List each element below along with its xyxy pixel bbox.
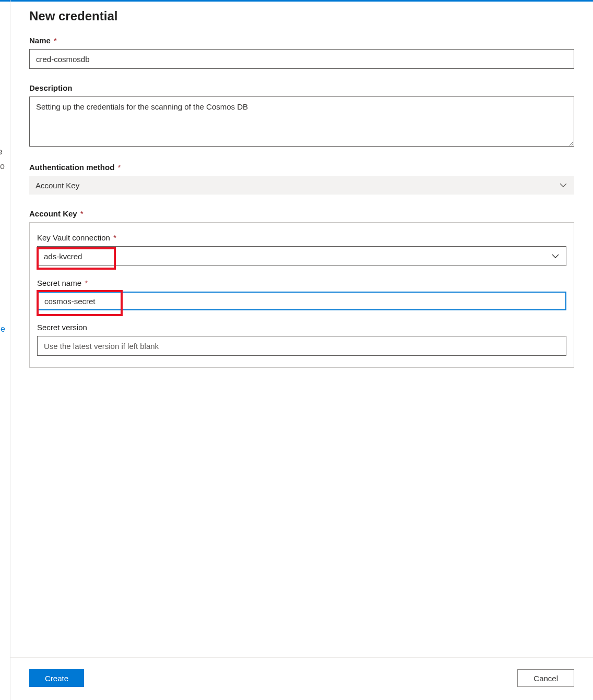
name-label-text: Name (29, 36, 51, 45)
kv-connection-select-wrap: ads-kvcred (37, 246, 566, 266)
secret-name-label-text: Secret name (37, 279, 81, 287)
create-button[interactable]: Create (29, 669, 84, 687)
kv-connection-label-text: Key Vault connection (37, 233, 110, 242)
required-mark: * (118, 163, 121, 172)
name-label: Name * (29, 36, 574, 45)
account-key-box: Key Vault connection * ads-kvcred Secret… (29, 222, 574, 368)
required-mark: * (80, 209, 84, 218)
auth-method-select-wrap: Account Key (29, 176, 574, 195)
required-mark: * (85, 279, 88, 287)
field-kv-connection: Key Vault connection * ads-kvcred (37, 233, 566, 266)
required-mark: * (54, 36, 57, 45)
field-auth-method: Authentication method * Account Key (29, 163, 574, 195)
auth-method-select[interactable]: Account Key (29, 176, 574, 195)
auth-method-label-text: Authentication method (29, 163, 114, 172)
secret-version-label: Secret version (37, 323, 566, 332)
description-label: Description (29, 83, 574, 92)
description-input[interactable]: Setting up the credentials for the scann… (29, 96, 574, 147)
auth-method-label: Authentication method * (29, 163, 574, 172)
cancel-button[interactable]: Cancel (517, 669, 574, 687)
field-account-key: Account Key * Key Vault connection * ads… (29, 209, 574, 368)
field-secret-name: Secret name * (37, 279, 566, 310)
secret-version-input[interactable] (37, 336, 566, 356)
kv-connection-label: Key Vault connection * (37, 233, 566, 242)
field-name: Name * (29, 36, 574, 69)
name-input[interactable] (29, 49, 574, 69)
panel-footer: Create Cancel (10, 657, 593, 700)
sidebar-text-fragment-3: de (0, 324, 5, 334)
account-key-label: Account Key * (29, 209, 574, 218)
field-description: Description Setting up the credentials f… (29, 83, 574, 148)
sidebar-text-fragment-2: co (0, 162, 5, 171)
field-secret-version: Secret version (37, 323, 566, 356)
secret-name-label: Secret name * (37, 279, 566, 287)
kv-connection-select[interactable]: ads-kvcred (37, 246, 566, 266)
sidebar-fragment: ie co de (0, 0, 10, 700)
new-credential-panel: New credential Name * Description Settin… (10, 2, 593, 700)
account-key-label-text: Account Key (29, 209, 77, 218)
page-title: New credential (29, 2, 574, 36)
sidebar-text-fragment-1: ie (0, 147, 2, 156)
secret-name-input[interactable] (37, 292, 566, 310)
required-mark: * (113, 233, 116, 242)
